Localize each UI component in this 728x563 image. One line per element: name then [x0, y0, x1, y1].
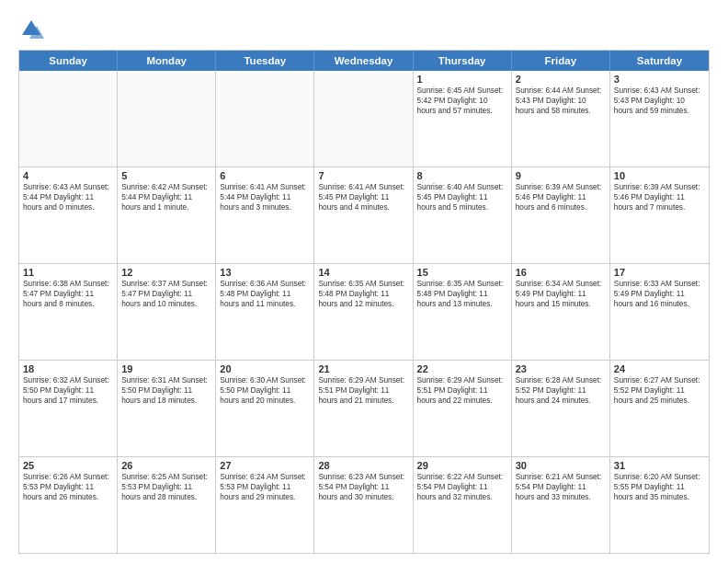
day-info: Sunrise: 6:35 AM Sunset: 5:48 PM Dayligh…	[417, 279, 507, 310]
cal-cell: 27Sunrise: 6:24 AM Sunset: 5:53 PM Dayli…	[216, 457, 314, 553]
day-info: Sunrise: 6:28 AM Sunset: 5:52 PM Dayligh…	[516, 375, 606, 407]
day-header-saturday: Saturday	[610, 51, 709, 71]
day-number: 4	[23, 170, 113, 181]
cal-cell	[19, 71, 118, 167]
day-info: Sunrise: 6:24 AM Sunset: 5:53 PM Dayligh…	[220, 472, 310, 503]
cal-cell: 19Sunrise: 6:31 AM Sunset: 5:50 PM Dayli…	[118, 361, 216, 456]
cal-cell: 3Sunrise: 6:43 AM Sunset: 5:43 PM Daylig…	[610, 71, 709, 167]
day-number: 31	[614, 460, 705, 471]
day-header-monday: Monday	[118, 51, 216, 71]
day-number: 21	[318, 363, 408, 374]
day-number: 6	[220, 170, 310, 181]
cal-cell: 30Sunrise: 6:21 AM Sunset: 5:54 PM Dayli…	[512, 457, 610, 553]
cal-cell: 16Sunrise: 6:34 AM Sunset: 5:49 PM Dayli…	[512, 264, 610, 360]
cal-cell	[118, 71, 216, 167]
day-number: 19	[121, 363, 211, 374]
day-number: 24	[614, 363, 705, 374]
day-number: 30	[516, 460, 606, 471]
day-info: Sunrise: 6:41 AM Sunset: 5:45 PM Dayligh…	[318, 182, 408, 213]
day-number: 23	[516, 363, 606, 374]
day-info: Sunrise: 6:34 AM Sunset: 5:49 PM Dayligh…	[516, 279, 606, 310]
day-info: Sunrise: 6:20 AM Sunset: 5:55 PM Dayligh…	[614, 472, 705, 503]
cal-cell: 10Sunrise: 6:39 AM Sunset: 5:46 PM Dayli…	[610, 167, 709, 263]
day-info: Sunrise: 6:25 AM Sunset: 5:53 PM Dayligh…	[121, 472, 211, 503]
day-number: 20	[220, 363, 310, 374]
cal-cell: 12Sunrise: 6:37 AM Sunset: 5:47 PM Dayli…	[118, 264, 216, 360]
day-header-tuesday: Tuesday	[216, 51, 314, 71]
week-row-1: 1Sunrise: 6:45 AM Sunset: 5:42 PM Daylig…	[19, 71, 709, 167]
day-info: Sunrise: 6:29 AM Sunset: 5:51 PM Dayligh…	[417, 375, 507, 407]
day-number: 17	[614, 267, 705, 278]
cal-cell: 20Sunrise: 6:30 AM Sunset: 5:50 PM Dayli…	[216, 361, 314, 456]
cal-cell: 1Sunrise: 6:45 AM Sunset: 5:42 PM Daylig…	[414, 71, 512, 167]
day-number: 7	[318, 170, 408, 181]
cal-cell: 8Sunrise: 6:40 AM Sunset: 5:45 PM Daylig…	[414, 167, 512, 263]
calendar-header: SundayMondayTuesdayWednesdayThursdayFrid…	[19, 51, 709, 71]
day-info: Sunrise: 6:27 AM Sunset: 5:52 PM Dayligh…	[614, 375, 705, 407]
day-info: Sunrise: 6:39 AM Sunset: 5:46 PM Dayligh…	[614, 182, 705, 213]
day-info: Sunrise: 6:29 AM Sunset: 5:51 PM Dayligh…	[318, 375, 408, 407]
day-number: 3	[614, 74, 705, 85]
page: SundayMondayTuesdayWednesdayThursdayFrid…	[0, 0, 728, 563]
day-number: 11	[23, 267, 113, 278]
day-number: 14	[318, 267, 408, 278]
day-number: 16	[516, 267, 606, 278]
cal-cell: 9Sunrise: 6:39 AM Sunset: 5:46 PM Daylig…	[512, 167, 610, 263]
day-number: 22	[417, 363, 507, 374]
day-number: 5	[121, 170, 211, 181]
day-number: 12	[121, 267, 211, 278]
day-header-sunday: Sunday	[19, 51, 118, 71]
cal-cell: 25Sunrise: 6:26 AM Sunset: 5:53 PM Dayli…	[19, 457, 118, 553]
cal-cell: 5Sunrise: 6:42 AM Sunset: 5:44 PM Daylig…	[118, 167, 216, 263]
week-row-3: 11Sunrise: 6:38 AM Sunset: 5:47 PM Dayli…	[19, 264, 709, 361]
week-row-4: 18Sunrise: 6:32 AM Sunset: 5:50 PM Dayli…	[19, 361, 709, 457]
cal-cell: 31Sunrise: 6:20 AM Sunset: 5:55 PM Dayli…	[610, 457, 709, 553]
day-number: 1	[417, 74, 507, 85]
cal-cell: 29Sunrise: 6:22 AM Sunset: 5:54 PM Dayli…	[414, 457, 512, 553]
day-info: Sunrise: 6:38 AM Sunset: 5:47 PM Dayligh…	[23, 279, 113, 310]
day-info: Sunrise: 6:45 AM Sunset: 5:42 PM Dayligh…	[417, 86, 507, 117]
cal-cell: 28Sunrise: 6:23 AM Sunset: 5:54 PM Dayli…	[314, 457, 413, 553]
calendar: SundayMondayTuesdayWednesdayThursdayFrid…	[18, 50, 710, 554]
day-info: Sunrise: 6:31 AM Sunset: 5:50 PM Dayligh…	[121, 375, 211, 407]
day-info: Sunrise: 6:40 AM Sunset: 5:45 PM Dayligh…	[417, 182, 507, 213]
day-info: Sunrise: 6:30 AM Sunset: 5:50 PM Dayligh…	[220, 375, 310, 407]
day-info: Sunrise: 6:43 AM Sunset: 5:44 PM Dayligh…	[23, 182, 113, 213]
day-info: Sunrise: 6:21 AM Sunset: 5:54 PM Dayligh…	[516, 472, 606, 503]
header	[18, 17, 710, 42]
cal-cell: 4Sunrise: 6:43 AM Sunset: 5:44 PM Daylig…	[19, 167, 118, 263]
day-number: 9	[516, 170, 606, 181]
day-number: 10	[614, 170, 705, 181]
cal-cell	[216, 71, 314, 167]
day-number: 2	[516, 74, 606, 85]
day-header-friday: Friday	[512, 51, 610, 71]
day-info: Sunrise: 6:39 AM Sunset: 5:46 PM Dayligh…	[516, 182, 606, 213]
day-number: 27	[220, 460, 310, 471]
cal-cell: 17Sunrise: 6:33 AM Sunset: 5:49 PM Dayli…	[610, 264, 709, 360]
day-info: Sunrise: 6:44 AM Sunset: 5:43 PM Dayligh…	[516, 86, 606, 117]
cal-cell: 13Sunrise: 6:36 AM Sunset: 5:48 PM Dayli…	[216, 264, 314, 360]
calendar-body: 1Sunrise: 6:45 AM Sunset: 5:42 PM Daylig…	[19, 71, 709, 553]
cal-cell: 24Sunrise: 6:27 AM Sunset: 5:52 PM Dayli…	[610, 361, 709, 456]
day-info: Sunrise: 6:22 AM Sunset: 5:54 PM Dayligh…	[417, 472, 507, 503]
day-info: Sunrise: 6:33 AM Sunset: 5:49 PM Dayligh…	[614, 279, 705, 310]
day-header-thursday: Thursday	[414, 51, 512, 71]
day-number: 29	[417, 460, 507, 471]
logo	[18, 17, 47, 42]
day-number: 28	[318, 460, 408, 471]
cal-cell: 6Sunrise: 6:41 AM Sunset: 5:44 PM Daylig…	[216, 167, 314, 263]
cal-cell: 15Sunrise: 6:35 AM Sunset: 5:48 PM Dayli…	[414, 264, 512, 360]
week-row-5: 25Sunrise: 6:26 AM Sunset: 5:53 PM Dayli…	[19, 457, 709, 553]
logo-icon	[18, 17, 44, 42]
day-info: Sunrise: 6:41 AM Sunset: 5:44 PM Dayligh…	[220, 182, 310, 213]
cal-cell: 14Sunrise: 6:35 AM Sunset: 5:48 PM Dayli…	[314, 264, 413, 360]
cal-cell: 21Sunrise: 6:29 AM Sunset: 5:51 PM Dayli…	[314, 361, 413, 456]
day-info: Sunrise: 6:32 AM Sunset: 5:50 PM Dayligh…	[23, 375, 113, 407]
cal-cell: 23Sunrise: 6:28 AM Sunset: 5:52 PM Dayli…	[512, 361, 610, 456]
cal-cell: 18Sunrise: 6:32 AM Sunset: 5:50 PM Dayli…	[19, 361, 118, 456]
cal-cell: 22Sunrise: 6:29 AM Sunset: 5:51 PM Dayli…	[414, 361, 512, 456]
week-row-2: 4Sunrise: 6:43 AM Sunset: 5:44 PM Daylig…	[19, 167, 709, 264]
day-header-wednesday: Wednesday	[314, 51, 413, 71]
cal-cell	[314, 71, 413, 167]
day-number: 13	[220, 267, 310, 278]
